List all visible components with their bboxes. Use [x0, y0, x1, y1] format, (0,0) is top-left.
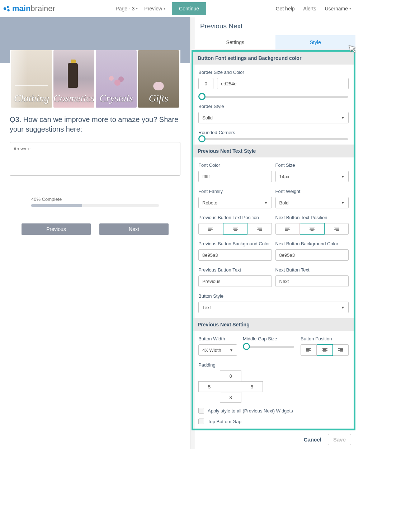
border-size-input[interactable] [198, 78, 213, 89]
font-weight-select[interactable]: Bold▼ [275, 197, 349, 208]
image-card-gifts: Gifts [138, 50, 179, 108]
svg-point-2 [7, 9, 9, 11]
next-text-pos-group [275, 223, 349, 235]
chevron-down-icon: ▼ [230, 348, 233, 352]
next-text-label: Next Button Text [275, 267, 349, 273]
panel-title: Previous Next [195, 22, 355, 35]
top-bottom-gap-checkbox[interactable] [198, 419, 204, 424]
prev-text-pos-group [198, 223, 272, 235]
get-help-link[interactable]: Get help [276, 6, 295, 11]
chevron-down-icon: ▼ [341, 201, 345, 205]
previous-nav-button[interactable]: Previous [22, 223, 91, 235]
svg-point-1 [7, 6, 9, 8]
prev-text-pos-label: Previous Button Text Position [198, 215, 272, 220]
chevron-down-icon: ▾ [349, 6, 351, 10]
image-row: Clothing Cosmetics Crystals Gifts [10, 50, 180, 108]
font-color-label: Font Color [198, 162, 272, 168]
align-right-button[interactable] [247, 223, 272, 235]
section-header-text-style: Previous Next Text Style [193, 145, 354, 157]
align-center-button[interactable] [223, 223, 248, 235]
progress-bar [31, 204, 159, 207]
border-style-select[interactable]: Solid▼ [198, 112, 349, 123]
next-bg-input[interactable] [275, 249, 349, 261]
page-dropdown[interactable]: Page - 3▾ [115, 6, 138, 11]
image-card-clothing: Clothing [11, 50, 52, 108]
prev-bg-input[interactable] [198, 249, 272, 261]
slider-handle[interactable] [198, 93, 206, 100]
padding-control [198, 370, 264, 403]
preview-dropdown[interactable]: Preview▾ [144, 6, 165, 11]
border-size-color-label: Border Size and Color [198, 70, 349, 75]
apply-all-checkbox[interactable] [198, 408, 204, 414]
username-dropdown[interactable]: Username▾ [325, 6, 351, 11]
logo-text-2: brainer [30, 4, 55, 13]
button-width-select[interactable]: 4X Width▼ [198, 344, 237, 356]
font-weight-label: Font Weight [275, 189, 349, 194]
top-bottom-gap-label: Top Bottom Gap [208, 419, 241, 424]
save-button[interactable]: Save [328, 434, 351, 445]
button-style-label: Button Style [198, 293, 349, 299]
chevron-down-icon: ▾ [136, 6, 138, 10]
next-text-input[interactable] [275, 275, 349, 287]
app-header: mainbrainer Page - 3▾ Preview▾ Continue … [0, 0, 355, 17]
chevron-down-icon: ▼ [341, 306, 345, 310]
padding-label: Padding [198, 362, 349, 368]
chevron-down-icon: ▼ [341, 116, 345, 120]
prev-text-input[interactable] [198, 275, 272, 287]
padding-right-input[interactable] [241, 381, 263, 392]
border-size-slider[interactable] [202, 96, 348, 98]
chevron-down-icon: ▼ [341, 175, 345, 179]
logo: mainbrainer [3, 4, 55, 13]
padding-bottom-input[interactable] [220, 392, 241, 403]
style-panel: Previous Next Settings Style Button Font… [195, 17, 355, 449]
tab-settings[interactable]: Settings [195, 35, 275, 49]
alerts-link[interactable]: Alerts [303, 6, 316, 11]
padding-top-input[interactable] [220, 370, 241, 381]
button-pos-label: Button Position [301, 336, 349, 341]
button-style-select[interactable]: Text▼ [198, 302, 349, 313]
question-text: Q3. How can we improve more to amaze you… [10, 115, 180, 134]
rounded-corners-slider[interactable] [202, 138, 348, 140]
cancel-button[interactable]: Cancel [304, 436, 321, 443]
font-size-select[interactable]: 14px▼ [275, 171, 349, 182]
progress-label: 40% Complete [31, 197, 159, 202]
border-color-input[interactable] [217, 78, 349, 89]
slider-handle[interactable] [243, 343, 250, 350]
align-center-button[interactable] [317, 344, 333, 356]
font-family-select[interactable]: Roboto▼ [198, 197, 272, 208]
align-left-button[interactable] [275, 223, 300, 235]
chevron-down-icon: ▼ [264, 201, 268, 205]
next-text-pos-label: Next Button Text Position [275, 215, 349, 220]
align-right-button[interactable] [333, 344, 349, 356]
next-nav-button[interactable]: Next [99, 223, 169, 235]
section-header-setting: Previous Next Setting [193, 318, 354, 331]
button-pos-group [301, 344, 349, 356]
image-card-cosmetics: Cosmetics [53, 50, 94, 108]
slider-handle[interactable] [198, 135, 206, 142]
apply-all-label: Apply style to all (Previous Next) Widge… [208, 408, 293, 414]
survey-canvas: Clothing Cosmetics Crystals Gifts Q3. Ho… [0, 17, 190, 449]
logo-icon [3, 5, 11, 13]
divider [267, 3, 267, 14]
align-left-button[interactable] [301, 344, 317, 356]
button-width-label: Button Width [198, 336, 237, 341]
continue-button[interactable]: Continue [172, 2, 206, 15]
align-left-button[interactable] [198, 223, 223, 235]
middle-gap-label: Middle Gap Size [243, 336, 295, 341]
next-bg-label: Next Button Background Color [275, 241, 349, 246]
padding-left-input[interactable] [198, 381, 220, 392]
section-header-font-bg: Button Font settings and Background colo… [193, 52, 354, 65]
font-color-input[interactable] [198, 171, 272, 182]
image-card-crystals: Crystals [96, 50, 137, 108]
svg-point-0 [4, 7, 6, 10]
answer-textarea[interactable] [10, 142, 180, 176]
chevron-down-icon: ▾ [164, 6, 165, 10]
prev-bg-label: Previous Button Background Color [198, 241, 272, 246]
rounded-corners-label: Rounded Corners [198, 130, 349, 135]
font-family-label: Font Family [198, 189, 272, 194]
logo-text-1: main [12, 4, 30, 13]
align-right-button[interactable] [325, 223, 349, 235]
tab-style[interactable]: Style [275, 35, 356, 49]
align-center-button[interactable] [300, 223, 325, 235]
middle-gap-slider[interactable] [246, 346, 294, 348]
